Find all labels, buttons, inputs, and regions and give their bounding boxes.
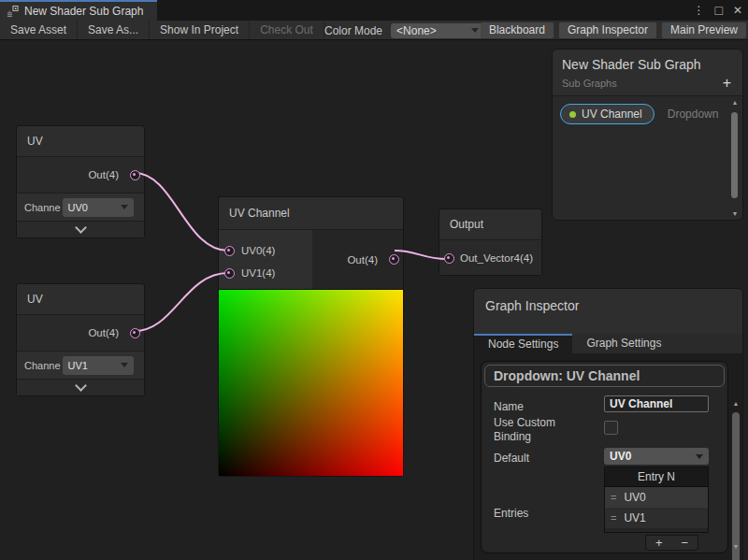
menu-icon[interactable]: ⋮ <box>693 4 704 17</box>
uv-channel-node-outputs: Out(4) <box>312 230 403 289</box>
chevron-down-icon <box>471 28 479 33</box>
main-preview-toggle-button[interactable]: Main Preview <box>662 22 746 38</box>
entry-row-uv1[interactable]: = UV1 <box>605 508 708 528</box>
tab-node-settings[interactable]: Node Settings <box>474 334 572 353</box>
default-label: Default <box>494 452 529 465</box>
maximize-icon[interactable]: □ <box>714 3 722 18</box>
remove-entry-button[interactable]: − <box>681 536 688 550</box>
scroll-down-icon[interactable]: ▼ <box>729 210 741 217</box>
scroll-up-icon[interactable]: ▲ <box>730 400 741 407</box>
uv-node-2-channel-select[interactable]: UV1 <box>63 356 134 375</box>
uv-gradient-preview <box>219 289 403 476</box>
close-icon[interactable]: ✕ <box>733 4 742 17</box>
blackboard-scrollbar[interactable]: ▲ ▼ <box>729 99 741 217</box>
entry-row-uv0[interactable]: = UV0 <box>605 487 708 508</box>
blackboard-property-row: UV Channel Dropdown <box>553 96 742 124</box>
uv-node-2-collapse[interactable] <box>17 379 144 395</box>
inspector-scrollbar[interactable]: ▲ ▼ <box>730 400 741 559</box>
uv-channel-node: UV Channel UV0(4) UV1(4) Out(4) <box>218 196 404 477</box>
window-controls: ⋮ □ ✕ <box>693 0 742 21</box>
graph-inspector-panel: Graph Inspector Node Settings Graph Sett… <box>473 288 743 560</box>
chevron-down-icon <box>696 454 703 459</box>
drag-handle-icon[interactable]: = <box>611 512 616 524</box>
property-type: Dropdown <box>668 108 719 121</box>
uv-node-1: UV Out(4) Channe UV0 <box>16 125 145 238</box>
blackboard-title: New Shader Sub Graph <box>562 57 733 72</box>
save-asset-button[interactable]: Save Asset <box>0 21 78 39</box>
output-node-header[interactable]: Output <box>439 209 541 240</box>
check-out-button[interactable]: Check Out <box>250 21 324 39</box>
show-in-project-button[interactable]: Show In Project <box>150 21 250 39</box>
scrollbar-thumb[interactable] <box>731 112 738 198</box>
uv1-input-port[interactable] <box>224 268 235 279</box>
tab-graph-settings[interactable]: Graph Settings <box>572 334 675 353</box>
toolbar: Save Asset Save As... Show In Project Ch… <box>0 21 748 40</box>
blackboard-content: UV Channel Dropdown ▲ ▼ <box>553 95 742 220</box>
scrollbar-thumb[interactable] <box>732 412 740 560</box>
uv-channel-out-port[interactable] <box>389 254 399 265</box>
blackboard-header[interactable]: New Shader Sub Graph Sub Graphs + <box>553 50 742 89</box>
section-title: Dropdown: UV Channel <box>484 365 725 387</box>
entries-list-footer: + − <box>645 535 698 551</box>
entries-label: Entries <box>494 507 528 520</box>
uv-node-1-out-label: Out(4) <box>88 169 119 180</box>
save-as-button[interactable]: Save As... <box>78 21 150 39</box>
uv-channel-input-uv1: UV1(4) <box>219 262 312 284</box>
entries-list-header: Entry N <box>605 467 708 487</box>
uv0-input-port[interactable] <box>224 246 235 256</box>
scroll-up-icon[interactable]: ▲ <box>729 99 741 106</box>
color-mode-select[interactable]: <None> <box>391 23 484 38</box>
uv-channel-property-pill[interactable]: UV Channel <box>560 104 654 124</box>
uv-node-2-out-port[interactable] <box>130 328 140 338</box>
title-bar: New Shader Sub Graph ⋮ □ ✕ <box>0 0 748 21</box>
uv-node-1-header[interactable]: UV <box>17 126 144 157</box>
uv-node-1-out-row: Out(4) <box>17 157 144 193</box>
shader-graph-window: New Shader Sub Graph ⋮ □ ✕ Save Asset Sa… <box>0 0 748 560</box>
wire-uv2-to-uv1[interactable] <box>135 273 228 331</box>
color-mode-label: Color Mode <box>324 24 382 37</box>
uv-node-2-channel-value: UV1 <box>68 360 88 371</box>
name-label: Name <box>494 400 524 413</box>
graph-inspector-toggle-button[interactable]: Graph Inspector <box>559 22 656 38</box>
blackboard-panel: New Shader Sub Graph Sub Graphs + UV Cha… <box>552 49 743 221</box>
uv-node-2-channel-row: Channe UV1 <box>17 351 144 379</box>
wire-uv1-to-uv0[interactable] <box>135 173 228 251</box>
graph-inspector-title[interactable]: Graph Inspector <box>474 289 742 334</box>
uv-node-1-channel-row: Channe UV0 <box>17 193 144 221</box>
chevron-down-icon <box>75 222 87 234</box>
tab-new-shader-sub-graph[interactable]: New Shader Sub Graph <box>0 0 157 21</box>
uv-node-2-out-label: Out(4) <box>88 327 119 338</box>
use-custom-binding-checkbox[interactable] <box>604 421 618 435</box>
uv-node-2-channel-label: Channe <box>24 360 61 371</box>
default-select[interactable]: UV0 <box>604 448 709 465</box>
name-input[interactable] <box>604 395 709 412</box>
uv-node-2-header[interactable]: UV <box>17 284 144 315</box>
uv-channel-node-inputs: UV0(4) UV1(4) <box>219 230 312 289</box>
out-vector4-port[interactable] <box>444 253 454 264</box>
uv-node-2: UV Out(4) Channe UV1 <box>16 283 145 396</box>
uv0-input-label: UV0(4) <box>241 245 275 256</box>
entry-value: UV1 <box>624 511 645 524</box>
uv-node-1-channel-select[interactable]: UV0 <box>63 198 134 217</box>
out-vector4-label: Out_Vector4(4) <box>460 252 533 264</box>
add-property-button[interactable]: + <box>723 78 731 89</box>
inspector-tabs: Node Settings Graph Settings <box>474 334 742 353</box>
entry-value: UV0 <box>624 491 645 504</box>
uv-node-1-channel-label: Channe <box>24 202 61 213</box>
chevron-down-icon <box>121 205 128 209</box>
shader-graph-icon <box>7 6 19 18</box>
add-entry-button[interactable]: + <box>655 536 663 550</box>
scroll-down-icon[interactable]: ▼ <box>730 543 741 550</box>
color-mode-value: <None> <box>396 24 437 37</box>
uv-node-1-collapse[interactable] <box>17 221 144 237</box>
blackboard-subtitle: Sub Graphs <box>562 78 617 89</box>
uv-channel-input-uv0: UV0(4) <box>219 239 312 262</box>
chevron-down-icon <box>121 363 128 367</box>
blackboard-toggle-button[interactable]: Blackboard <box>481 22 554 38</box>
use-custom-binding-label: Use Custom Binding <box>494 416 583 444</box>
chevron-down-icon <box>75 380 87 392</box>
drag-handle-icon[interactable]: = <box>611 492 616 503</box>
uv-node-1-out-port[interactable] <box>130 170 140 180</box>
entries-list: Entry N = UV0 = UV1 <box>604 467 709 533</box>
uv-channel-node-header[interactable]: UV Channel <box>219 197 403 230</box>
